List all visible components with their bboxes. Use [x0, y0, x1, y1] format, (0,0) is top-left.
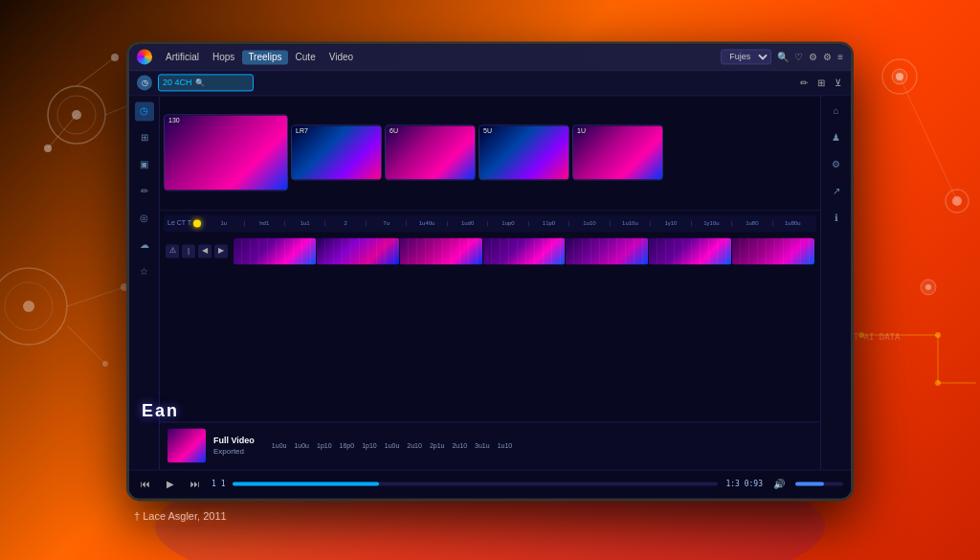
- svg-line-12: [67, 287, 124, 306]
- film-thumb-4[interactable]: 1U: [572, 124, 663, 180]
- bottom-annotation: † Lace Asgler, 2011: [134, 510, 227, 522]
- tl-label-6: 2u10: [407, 442, 422, 449]
- tick-11: 1y10: [650, 220, 690, 226]
- tick-8: 11p0: [528, 220, 568, 226]
- svg-point-28: [935, 332, 941, 338]
- right-sidebar: ⌂ ♟ ⚙ ↗ ℹ: [820, 96, 851, 469]
- svg-point-1: [57, 96, 96, 134]
- clip-segment-4[interactable]: [566, 237, 648, 264]
- title-bar: Artificial Hops Treelips Cute Video Fuje…: [129, 44, 851, 71]
- clip-segment-1[interactable]: [317, 237, 399, 264]
- nav-artificial[interactable]: Artificial: [160, 50, 205, 64]
- film-thumb-0[interactable]: 130: [164, 114, 288, 190]
- transport-next-btn[interactable]: ⏭: [187, 475, 204, 492]
- tick-6: 1ud0: [447, 220, 487, 226]
- transport-progress[interactable]: [233, 482, 718, 485]
- sidebar-icon-image[interactable]: ▣: [135, 155, 154, 174]
- search-box[interactable]: 20 4CH 🔍: [158, 74, 254, 91]
- video-area: 130 LR7 6U 5U: [160, 96, 820, 469]
- right-icon-info[interactable]: ℹ: [827, 209, 846, 228]
- gear-icon[interactable]: ⚙: [809, 52, 817, 62]
- sidebar-icon-cloud[interactable]: ☁: [135, 235, 154, 255]
- sidebar-icon-star[interactable]: ☆: [135, 262, 154, 281]
- clock-icon[interactable]: ◷: [137, 75, 152, 90]
- nav-treelips[interactable]: Treelips: [242, 50, 287, 64]
- nav-hops[interactable]: Hops: [207, 50, 240, 64]
- transport-play-btn[interactable]: ▶: [162, 475, 179, 492]
- settings-icon[interactable]: ⚙: [823, 52, 832, 62]
- right-icon-home[interactable]: ⌂: [827, 101, 846, 121]
- transport-time-total: 1:3 0:93: [725, 480, 763, 488]
- volume-icon[interactable]: 🔊: [770, 475, 788, 492]
- film-thumb-3[interactable]: 5U: [479, 124, 569, 180]
- sidebar-icon-pen[interactable]: ✏: [135, 182, 154, 201]
- svg-point-0: [48, 86, 105, 144]
- sidebar-icon-clock[interactable]: ◷: [135, 101, 154, 121]
- playhead-dot[interactable]: [193, 219, 201, 227]
- info-text: Full Video Exported: [213, 436, 255, 456]
- tl-label-5: 1u0u: [385, 442, 400, 449]
- svg-line-14: [67, 325, 105, 364]
- tick-12: 1y10u: [691, 220, 731, 226]
- transport-volume[interactable]: [795, 482, 843, 485]
- svg-point-19: [946, 190, 969, 213]
- tick-9: 1u10: [568, 220, 609, 226]
- clip-controls: ⚠ | ◀ ▶: [166, 244, 228, 258]
- tick-13: 1u80: [731, 220, 771, 226]
- svg-point-11: [23, 301, 34, 312]
- tl-label-4: 1p10: [362, 442, 377, 449]
- fujes-select[interactable]: Fujes: [721, 49, 771, 64]
- clip-segment-0[interactable]: [234, 237, 316, 264]
- clip-bar-btn[interactable]: |: [182, 244, 195, 258]
- tick-14: 1u80u: [772, 220, 813, 226]
- clip-segment-5[interactable]: [649, 237, 731, 264]
- film-thumb-1[interactable]: LR7: [291, 124, 382, 180]
- transport-prev-btn[interactable]: ⏮: [137, 475, 154, 492]
- svg-point-22: [921, 280, 936, 295]
- clip-segment-6[interactable]: [732, 237, 814, 264]
- grid-icon[interactable]: ⊞: [815, 76, 827, 90]
- clip-next-btn[interactable]: ▶: [214, 244, 228, 258]
- tick-3: 2: [324, 220, 365, 226]
- svg-point-10: [5, 282, 53, 330]
- timeline-ruler: Le CT T 1u hd1 1u1 2 7u 1u40u 1ud0 1up0 …: [164, 214, 816, 232]
- clip-prev-btn[interactable]: ◀: [198, 244, 212, 258]
- right-icon-settings[interactable]: ⚙: [827, 155, 846, 174]
- transport-progress-fill: [233, 482, 378, 485]
- film-thumb-2[interactable]: 6U: [385, 124, 476, 180]
- toolbar-secondary: ◷ 20 4CH 🔍 ✏ ⊞ ⊻: [129, 71, 851, 96]
- transport-volume-fill: [795, 482, 824, 485]
- tick-7: 1up0: [487, 220, 527, 226]
- sidebar-icon-circle[interactable]: ◎: [135, 209, 154, 228]
- clip-segment-3[interactable]: [483, 237, 566, 264]
- info-thumbnail: [167, 428, 206, 462]
- pencil-icon[interactable]: ✏: [798, 76, 810, 90]
- clip-segment-2[interactable]: [400, 237, 482, 264]
- tl-label-0: 1u0u: [272, 442, 287, 449]
- tl-label-10: 1u10: [498, 442, 513, 449]
- svg-point-27: [858, 332, 864, 338]
- right-icon-user[interactable]: ♟: [827, 128, 846, 147]
- nav-video[interactable]: Video: [323, 50, 359, 64]
- svg-point-18: [896, 73, 903, 80]
- sidebar-icon-layers[interactable]: ⊞: [135, 128, 154, 147]
- nav-cute[interactable]: Cute: [290, 50, 322, 64]
- heart-icon[interactable]: ♡: [794, 52, 803, 62]
- clip-warning-btn[interactable]: ⚠: [166, 244, 179, 258]
- tl-label-3: 16p0: [340, 442, 355, 449]
- svg-line-21: [900, 77, 957, 201]
- svg-point-23: [925, 284, 931, 290]
- expand-icon[interactable]: ⊻: [833, 76, 843, 90]
- info-subtitle: Exported: [213, 447, 255, 456]
- svg-line-8: [48, 115, 77, 148]
- search-icon[interactable]: 🔍: [777, 52, 789, 62]
- menu-icon[interactable]: ≡: [837, 52, 843, 62]
- film-label-1: LR7: [296, 127, 308, 134]
- svg-point-17: [892, 69, 907, 84]
- right-icon-share[interactable]: ↗: [827, 182, 846, 201]
- svg-point-7: [44, 145, 52, 152]
- clip-strip[interactable]: [234, 237, 814, 264]
- title-nav: Artificial Hops Treelips Cute Video: [160, 50, 713, 64]
- transport-time-current: 1 1: [212, 480, 225, 488]
- tl-label-2: 1p10: [317, 442, 332, 449]
